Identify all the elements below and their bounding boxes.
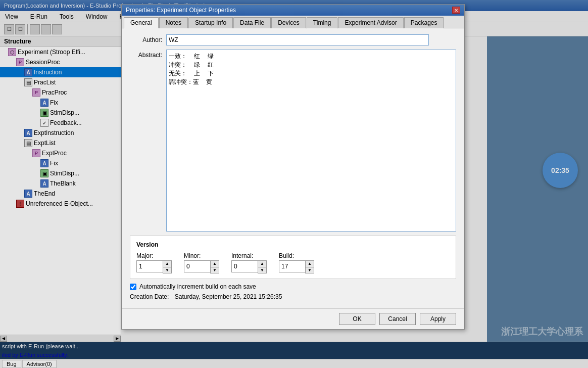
minor-increment[interactable]: ▲ [211, 261, 219, 267]
creation-date-row: Creation Date: Saturday, September 25, 2… [130, 293, 456, 300]
tab-notes[interactable]: Notes [159, 17, 188, 28]
internal-label: Internal: [231, 252, 253, 259]
author-label: Author: [130, 34, 166, 43]
abstract-row: Abstract: 一致： 红 绿 冲突： 绿 红 无关： 上 下 調冲突：蓝 … [130, 50, 456, 232]
apply-button[interactable]: Apply [420, 313, 456, 325]
tab-bar: General Notes Startup Info Data File Dev… [122, 16, 464, 28]
dialog-general-tab-content: Author: Abstract: 一致： 红 绿 冲突： 绿 红 无关： 上 … [122, 28, 464, 308]
minor-field: Minor: ▲ ▼ [184, 252, 219, 273]
tab-data-file[interactable]: Data File [233, 17, 271, 28]
internal-spinner: ▲ ▼ [231, 260, 267, 273]
dialog-close-button[interactable]: ✕ [452, 7, 460, 14]
build-spinner: ▲ ▼ [279, 260, 314, 273]
properties-dialog: Properties: Experiment Object Properties… [121, 4, 465, 330]
dialog-title: Properties: Experiment Object Properties [126, 7, 236, 14]
minor-spinner-buttons: ▲ ▼ [210, 260, 219, 273]
minor-label: Minor: [184, 252, 201, 259]
internal-decrement[interactable]: ▼ [258, 267, 266, 273]
version-title: Version [136, 241, 450, 248]
tab-packages[interactable]: Packages [404, 17, 444, 28]
version-fields: Major: ▲ ▼ Minor: ▲ [136, 252, 450, 273]
tab-experiment-advisor[interactable]: Experiment Advisor [338, 17, 403, 28]
tab-general[interactable]: General [124, 17, 159, 28]
version-section: Version Major: ▲ ▼ Minor: [130, 236, 456, 279]
auto-increment-row: Automatically increment build on each sa… [130, 283, 456, 290]
minor-input[interactable] [184, 260, 210, 272]
build-label: Build: [279, 252, 294, 259]
abstract-label: Abstract: [130, 50, 166, 59]
minor-decrement[interactable]: ▼ [211, 267, 219, 273]
internal-field: Internal: ▲ ▼ [231, 252, 267, 273]
major-increment[interactable]: ▲ [163, 261, 171, 267]
dialog-titlebar: Properties: Experiment Object Properties… [122, 5, 464, 16]
dialog-buttons: OK Cancel Apply [122, 308, 464, 329]
build-field: Build: ▲ ▼ [279, 252, 314, 273]
auto-increment-checkbox[interactable] [130, 284, 136, 290]
author-row: Author: [130, 34, 456, 45]
internal-input[interactable] [231, 260, 258, 272]
major-field: Major: ▲ ▼ [136, 252, 172, 273]
ok-button[interactable]: OK [339, 313, 375, 325]
author-input[interactable] [166, 34, 429, 45]
abstract-textarea[interactable]: 一致： 红 绿 冲突： 绿 红 无关： 上 下 調冲突：蓝 黄 [166, 50, 456, 232]
creation-date-label: Creation Date: [130, 293, 169, 300]
build-spinner-buttons: ▲ ▼ [305, 260, 314, 273]
major-spinner-buttons: ▲ ▼ [163, 260, 172, 273]
minor-spinner: ▲ ▼ [184, 260, 219, 273]
build-decrement[interactable]: ▼ [306, 267, 314, 273]
internal-increment[interactable]: ▲ [258, 261, 266, 267]
auto-increment-label: Automatically increment build on each sa… [139, 283, 256, 290]
internal-spinner-buttons: ▲ ▼ [258, 260, 267, 273]
creation-date-value: Saturday, September 25, 2021 15:26:35 [175, 293, 282, 300]
tab-devices[interactable]: Devices [271, 17, 306, 28]
tab-timing[interactable]: Timing [307, 17, 338, 28]
build-increment[interactable]: ▲ [306, 261, 314, 267]
cancel-button[interactable]: Cancel [379, 313, 416, 325]
abstract-container: 一致： 红 绿 冲突： 绿 红 无关： 上 下 調冲突：蓝 黄 [166, 50, 456, 232]
major-input[interactable] [136, 260, 163, 272]
major-spinner: ▲ ▼ [136, 260, 172, 273]
major-label: Major: [136, 252, 153, 259]
build-input[interactable] [279, 260, 305, 272]
major-decrement[interactable]: ▼ [163, 267, 171, 273]
tab-startup-info[interactable]: Startup Info [188, 17, 233, 28]
